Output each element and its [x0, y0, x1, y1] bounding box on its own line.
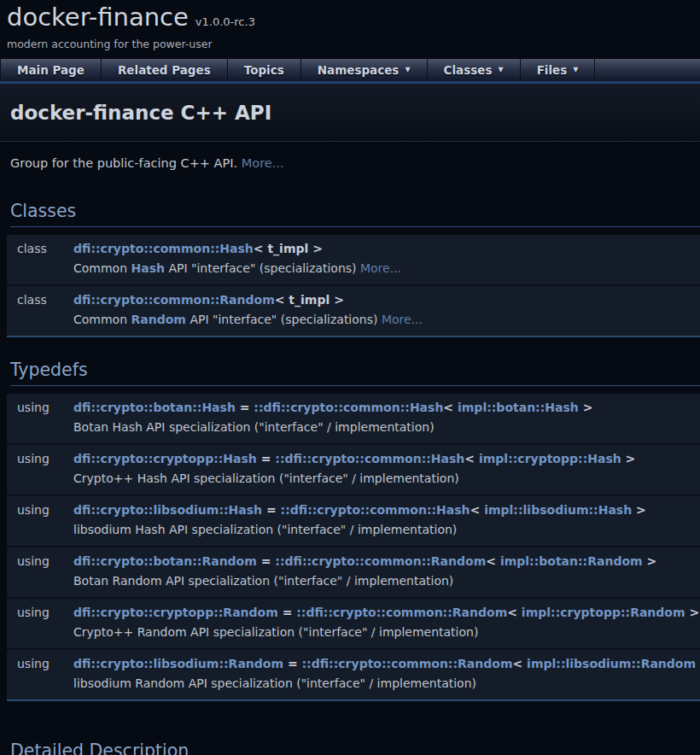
chevron-down-icon: ▼: [498, 67, 503, 73]
typedef-row: usingdfi::crypto::botan::Random = ::dfi:…: [7, 547, 700, 597]
target-class-link[interactable]: ::dfi::crypto::common::Random: [275, 554, 486, 568]
assign-operator: =: [262, 503, 280, 517]
typedefs-heading: Typedefs: [10, 360, 700, 386]
class-desc-link[interactable]: Hash: [131, 261, 165, 275]
template-open: <: [464, 452, 479, 465]
impl-class-link[interactable]: impl::cryptopp::Hash: [479, 452, 621, 465]
tab-topics[interactable]: Topics: [228, 59, 301, 81]
tab-files-label: Files: [537, 63, 568, 77]
class-keyword: class: [7, 239, 73, 258]
classes-heading: Classes: [10, 201, 700, 227]
impl-class-link[interactable]: impl::botan::Hash: [458, 401, 579, 414]
template-close: >: [632, 503, 646, 517]
template-close: >: [685, 606, 700, 619]
template-open: <: [443, 401, 458, 414]
impl-class-link[interactable]: impl::botan::Random: [500, 554, 643, 568]
typedef-desc: Crypto++ Random API specialization ("int…: [7, 622, 700, 643]
typedef-row: usingdfi::crypto::cryptopp::Random = ::d…: [7, 599, 700, 648]
template-close: >: [696, 657, 700, 670]
main-nav: Main Page Related Pages Topics Namespace…: [0, 59, 700, 84]
typedef-desc: Botan Random API specialization ("interf…: [7, 571, 700, 592]
tab-namespaces[interactable]: Namespaces ▼: [301, 59, 428, 81]
typedef-name-link[interactable]: dfi::crypto::cryptopp::Hash: [73, 452, 257, 465]
detailed-description-heading: Detailed Description: [10, 740, 700, 755]
project-version: v1.0.0-rc.3: [195, 15, 255, 28]
using-keyword: using: [7, 654, 73, 673]
intro-text: Group for the public-facing C++ API.: [10, 156, 242, 170]
project-brief: modern accounting for the power-user: [7, 38, 691, 50]
more-link[interactable]: More...: [360, 261, 401, 275]
assign-operator: =: [257, 452, 275, 465]
impl-class-link[interactable]: impl::libsodium::Random: [527, 657, 696, 670]
typedef-desc: libsodium Hash API specialization ("inte…: [7, 519, 700, 541]
typedef-row: usingdfi::crypto::libsodium::Random = ::…: [7, 650, 700, 699]
typedef-row: usingdfi::crypto::botan::Hash = ::dfi::c…: [7, 394, 700, 443]
class-row: classdfi::crypto::common::Hash< t_impl >…: [7, 235, 700, 284]
tab-main-page-label: Main Page: [17, 63, 85, 77]
tab-files[interactable]: Files ▼: [521, 59, 596, 81]
class-link[interactable]: dfi::crypto::common::Random: [73, 293, 275, 307]
template-close: >: [621, 452, 636, 465]
template-args: < t_impl >: [275, 293, 344, 307]
template-close: >: [579, 401, 593, 414]
template-open: <: [470, 503, 485, 517]
typedef-name-link[interactable]: dfi::crypto::botan::Hash: [73, 401, 236, 414]
chevron-down-icon: ▼: [573, 67, 578, 73]
using-keyword: using: [7, 398, 73, 417]
typedef-row: usingdfi::crypto::cryptopp::Hash = ::dfi…: [7, 445, 700, 495]
typedef-name-link[interactable]: dfi::crypto::libsodium::Hash: [73, 503, 262, 517]
tab-classes-label: Classes: [444, 63, 493, 77]
more-link[interactable]: More...: [242, 156, 284, 170]
class-desc-text: API "interface" (specializations): [186, 313, 382, 326]
more-link[interactable]: More...: [382, 313, 423, 326]
typedef-desc: Crypto++ Hash API specialization ("inter…: [7, 468, 700, 489]
class-keyword: class: [7, 290, 73, 309]
tab-classes[interactable]: Classes ▼: [428, 59, 521, 81]
typedef-desc: Botan Hash API specialization ("interfac…: [7, 417, 700, 438]
tab-related-pages-label: Related Pages: [118, 63, 211, 77]
impl-class-link[interactable]: impl::libsodium::Hash: [484, 503, 632, 517]
assign-operator: =: [278, 606, 296, 619]
typedef-row: usingdfi::crypto::libsodium::Hash = ::df…: [7, 496, 700, 546]
assign-operator: =: [236, 401, 254, 414]
tab-namespaces-label: Namespaces: [318, 63, 400, 77]
using-keyword: using: [7, 449, 73, 468]
template-args: < t_impl >: [254, 242, 323, 255]
intro-paragraph: Group for the public-facing C++ API. Mor…: [10, 156, 700, 170]
using-keyword: using: [7, 552, 73, 571]
assign-operator: =: [283, 657, 301, 670]
template-open: <: [486, 554, 500, 568]
class-desc-text: Common: [73, 261, 131, 275]
tab-main-page[interactable]: Main Page: [0, 59, 102, 81]
class-desc-link[interactable]: Random: [131, 313, 186, 326]
using-keyword: using: [7, 500, 73, 519]
page-title: docker-finance C++ API: [10, 102, 690, 124]
class-link[interactable]: dfi::crypto::common::Hash: [73, 242, 254, 255]
tab-related-pages[interactable]: Related Pages: [102, 59, 228, 81]
template-close: >: [643, 554, 657, 568]
target-class-link[interactable]: ::dfi::crypto::common::Hash: [254, 401, 443, 414]
assign-operator: =: [257, 554, 275, 568]
chevron-down-icon: ▼: [405, 67, 410, 73]
project-name: docker-finance: [7, 3, 189, 32]
typedefs-table: usingdfi::crypto::botan::Hash = ::dfi::c…: [7, 394, 700, 701]
typedef-name-link[interactable]: dfi::crypto::botan::Random: [73, 554, 257, 568]
target-class-link[interactable]: ::dfi::crypto::common::Hash: [275, 452, 464, 465]
class-row: classdfi::crypto::common::Random< t_impl…: [7, 286, 700, 336]
tab-topics-label: Topics: [244, 63, 284, 77]
typedef-name-link[interactable]: dfi::crypto::libsodium::Random: [73, 657, 283, 670]
target-class-link[interactable]: ::dfi::crypto::common::Random: [296, 606, 507, 619]
using-keyword: using: [7, 603, 73, 622]
target-class-link[interactable]: ::dfi::crypto::common::Hash: [281, 503, 470, 517]
target-class-link[interactable]: ::dfi::crypto::common::Random: [302, 657, 513, 670]
class-desc-text: API "interface" (specializations): [165, 261, 360, 275]
impl-class-link[interactable]: impl::cryptopp::Random: [522, 606, 685, 619]
template-open: <: [507, 606, 522, 619]
typedef-name-link[interactable]: dfi::crypto::cryptopp::Random: [73, 606, 278, 619]
title-area: docker-finance v1.0.0-rc.3 modern accoun…: [0, 0, 700, 50]
classes-table: classdfi::crypto::common::Hash< t_impl >…: [7, 235, 700, 337]
typedef-desc: libsodium Random API specialization ("in…: [7, 673, 700, 694]
contents: Group for the public-facing C++ API. Mor…: [0, 156, 700, 755]
template-open: <: [512, 657, 527, 670]
class-desc-text: Common: [73, 313, 131, 326]
